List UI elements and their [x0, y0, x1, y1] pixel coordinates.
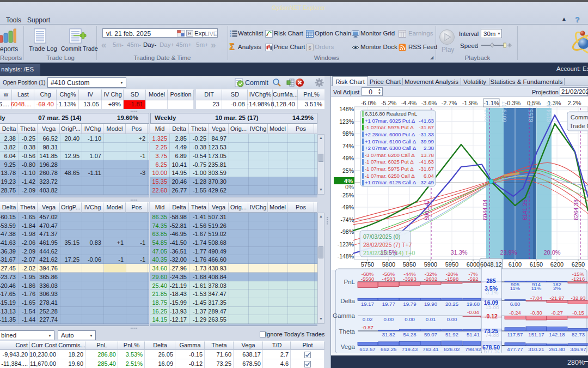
svg-text:261.80: 261.80 [549, 346, 565, 352]
svg-text:H: H [188, 31, 192, 36]
svg-text:-31.67: -31.67 [419, 124, 434, 130]
svg-text:Delta: Delta [340, 298, 355, 304]
svg-text:+1 07mar. 6025 Put Δ: +1 07mar. 6025 Put Δ [365, 118, 415, 124]
svg-text:-1.9%: -1.9% [462, 100, 478, 106]
svg-text:783.41: 783.41 [422, 346, 438, 352]
svg-text:798.92: 798.92 [465, 346, 481, 352]
svg-text:6.80: 6.80 [510, 301, 520, 307]
svg-text:-0.87: -0.87 [362, 324, 373, 330]
svg-text:31.82: 31.82 [382, 331, 395, 337]
svg-text:15.5%: 15.5% [380, 249, 397, 256]
svg-text:0.00: 0.00 [383, 316, 394, 322]
svg-text:310.21: 310.21 [528, 346, 544, 352]
svg-text:74%: 74% [342, 143, 354, 149]
svg-text:-21.97: -21.97 [549, 295, 564, 301]
svg-text:-0.3%: -0.3% [505, 100, 521, 106]
svg-text:20.25: 20.25 [445, 301, 458, 307]
svg-text:-2602: -2602 [424, 276, 438, 282]
svg-text:49%: 49% [342, 155, 354, 161]
svg-text:-3593: -3593 [403, 276, 416, 282]
svg-text:-3 07mar. 6200 Call Δ: -3 07mar. 6200 Call Δ [365, 152, 415, 158]
svg-text:-0.30: -0.30 [530, 310, 542, 316]
svg-text:-7.04: -7.04 [530, 295, 543, 301]
svg-text:6.04: 6.04 [424, 173, 434, 179]
svg-text:32.49: 32.49 [420, 179, 434, 185]
svg-text:-4.4%: -4.4% [401, 100, 417, 106]
svg-text:0.00: 0.00 [447, 316, 457, 322]
svg-text:0%: 0% [345, 184, 354, 190]
svg-text:-592: -592 [468, 276, 478, 282]
svg-text:826.02: 826.02 [444, 346, 460, 352]
svg-text:54.28: 54.28 [403, 331, 416, 337]
svg-text:19.17: 19.17 [361, 301, 374, 307]
svg-text:346.97: 346.97 [570, 346, 586, 352]
svg-text:-41.63: -41.63 [419, 159, 434, 165]
svg-text:-0.15: -0.15 [572, 310, 584, 316]
svg-text:612.57: 612.57 [359, 346, 375, 352]
svg-text:285: 285 [486, 277, 496, 284]
svg-text:19.79: 19.79 [403, 301, 416, 307]
svg-text:-31.33: -31.33 [419, 131, 434, 137]
svg-text:98%: 98% [342, 130, 354, 137]
svg-text:4%: 4% [344, 178, 353, 184]
svg-text:15.88: 15.88 [485, 304, 499, 310]
svg-text:-31.67: -31.67 [419, 166, 434, 172]
svg-text:-1.1%: -1.1% [483, 100, 499, 106]
svg-text:31.3%: 31.3% [450, 249, 467, 256]
svg-text:-49%: -49% [340, 204, 354, 210]
svg-text:51.92: 51.92 [445, 331, 458, 337]
svg-text:6044.04: 6044.04 [482, 200, 488, 220]
svg-text:1.3%: 1.3% [547, 100, 561, 106]
svg-text:6264.38: 6264.38 [573, 200, 579, 220]
svg-text:-6.0%: -6.0% [361, 100, 377, 106]
svg-text:20.0%: 20.0% [543, 249, 560, 256]
svg-text:-148%: -148% [338, 253, 354, 260]
svg-text:3.1%: 3.1% [486, 289, 499, 295]
svg-text:477.77: 477.77 [507, 346, 523, 352]
svg-text:-98%: -98% [340, 228, 354, 235]
svg-text:2.2%: 2.2% [567, 100, 581, 106]
svg-text:5901.47: 5901.47 [424, 200, 430, 220]
svg-text:0.5%: 0.5% [527, 100, 541, 106]
svg-text:-41.63: -41.63 [419, 118, 434, 124]
svg-text:-1 07mar. 5975 Put Δ: -1 07mar. 5975 Put Δ [365, 124, 414, 130]
svg-text:PnL: PnL [344, 279, 356, 285]
svg-text:2.38: 2.38 [424, 145, 434, 151]
svg-text:-32.93: -32.93 [571, 295, 585, 301]
svg-text:+2 07mar. 6300 Call Δ: +2 07mar. 6300 Call Δ [365, 145, 416, 151]
svg-text:-5560: -5560 [361, 276, 375, 282]
svg-text:-1 07mar. 6025 Put Δ: -1 07mar. 6025 Put Δ [365, 159, 414, 165]
svg-text:$: $ [308, 45, 311, 51]
svg-text:-0.04: -0.04 [467, 309, 480, 315]
svg-text:23.9%: 23.9% [500, 249, 517, 256]
svg-text:0.01: 0.01 [426, 316, 436, 322]
svg-text:2%: 2% [553, 285, 561, 291]
svg-text:19.77: 19.77 [382, 301, 395, 307]
svg-text:0.00: 0.00 [405, 316, 415, 322]
svg-text:0.02: 0.02 [363, 316, 373, 322]
svg-text:719.43: 719.43 [402, 346, 418, 352]
svg-text:148%: 148% [339, 106, 354, 112]
svg-text:117.57: 117.57 [507, 331, 523, 337]
svg-text:-74%: -74% [340, 216, 354, 223]
svg-text:19.68: 19.68 [467, 301, 480, 307]
svg-text:+1 07mar. 6100 Call Δ: +1 07mar. 6100 Call Δ [365, 138, 416, 144]
svg-text:-0.27: -0.27 [551, 310, 563, 316]
svg-text:+2 28mar. 6000 Put Δ: +2 28mar. 6000 Put Δ [365, 131, 415, 137]
svg-text:Trade C: Trade C [569, 123, 588, 129]
svg-text:-25%: -25% [340, 192, 354, 198]
svg-text:51.41: 51.41 [467, 331, 480, 337]
svg-text:-4583: -4583 [382, 276, 395, 282]
svg-text:07/03/2025 (0): 07/03/2025 (0) [363, 233, 400, 240]
svg-text:11%: 11% [531, 285, 542, 291]
svg-text:74.88: 74.88 [485, 332, 499, 338]
svg-text:Vega: Vega [341, 343, 356, 350]
svg-text:25%: 25% [342, 167, 354, 174]
svg-text:-1216: -1216 [572, 276, 585, 282]
svg-text:19.90: 19.90 [424, 301, 437, 307]
svg-text:123%: 123% [339, 118, 354, 125]
svg-text:-3.6%: -3.6% [421, 100, 437, 106]
svg-text:39.99: 39.99 [420, 138, 434, 144]
svg-text:Comme: Comme [571, 114, 588, 120]
svg-text:28/02/2025 (7) T+7: 28/02/2025 (7) T+7 [363, 242, 412, 248]
